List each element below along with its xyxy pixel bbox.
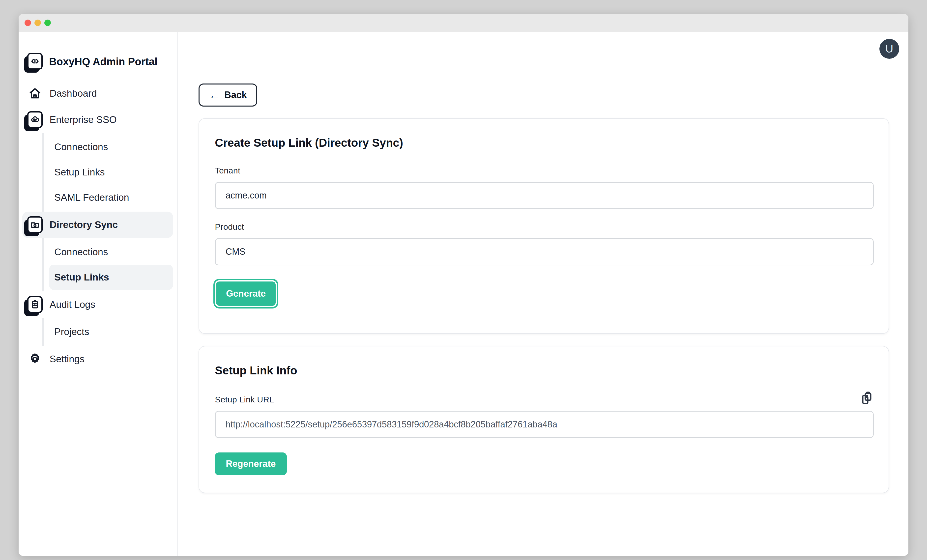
sidebar-item-directory-sync[interactable]: Directory Sync	[22, 212, 173, 238]
tenant-label: Tenant	[215, 166, 873, 175]
audit-clipboard-icon	[27, 296, 43, 313]
setup-link-url-input[interactable]	[215, 411, 874, 438]
back-button-label: Back	[224, 90, 247, 100]
sidebar-item-sso-setup-links[interactable]: Setup Links	[49, 159, 173, 185]
sidebar-item-audit-logs[interactable]: Audit Logs	[18, 291, 178, 318]
enterprise-sso-subgroup: Connections Setup Links SAML Federation	[43, 133, 178, 212]
sidebar-item-label: Connections	[54, 247, 108, 258]
sidebar: BoxyHQ Admin Portal Dashboard	[18, 32, 178, 556]
directory-folder-icon	[27, 216, 43, 233]
app-title: BoxyHQ Admin Portal	[49, 53, 157, 70]
info-card-title: Setup Link Info	[215, 364, 873, 377]
sidebar-nav: Dashboard Enterprise SSO Connections	[18, 80, 178, 372]
sidebar-item-dsync-setup-links[interactable]: Setup Links	[49, 265, 173, 290]
sidebar-item-dsync-connections[interactable]: Connections	[49, 239, 173, 265]
sidebar-item-label: Directory Sync	[50, 219, 118, 230]
back-button[interactable]: ← Back	[199, 83, 257, 106]
app-window: BoxyHQ Admin Portal Dashboard	[18, 14, 909, 556]
directory-sync-subgroup: Connections Setup Links	[43, 238, 178, 291]
app-logo[interactable]: BoxyHQ Admin Portal	[27, 53, 173, 70]
back-arrow-icon: ←	[209, 90, 220, 100]
sidebar-item-projects[interactable]: Projects	[49, 319, 173, 344]
page-content: ← Back Create Setup Link (Directory Sync…	[199, 66, 889, 493]
regenerate-button[interactable]: Regenerate	[215, 452, 287, 475]
sidebar-item-label: Dashboard	[50, 88, 97, 99]
sidebar-item-sso-connections[interactable]: Connections	[49, 134, 173, 159]
sidebar-item-label: Connections	[54, 141, 108, 152]
sidebar-item-label: Setup Links	[54, 272, 109, 283]
top-bar: U	[178, 32, 909, 66]
tenant-input[interactable]	[215, 182, 874, 209]
create-card-title: Create Setup Link (Directory Sync)	[215, 136, 873, 149]
close-window-icon[interactable]	[24, 20, 31, 26]
product-input[interactable]	[215, 238, 874, 266]
maximize-window-icon[interactable]	[44, 20, 51, 26]
setup-link-info-card: Setup Link Info Setup Link URL	[199, 346, 889, 493]
create-setup-link-card: Create Setup Link (Directory Sync) Tenan…	[199, 118, 889, 334]
audit-logs-subgroup: Projects	[43, 318, 178, 346]
user-avatar[interactable]: U	[880, 39, 899, 59]
home-icon	[27, 85, 43, 102]
sidebar-item-dashboard[interactable]: Dashboard	[18, 80, 178, 106]
sidebar-item-label: Setup Links	[54, 167, 105, 178]
clipboard-copy-icon	[861, 392, 873, 404]
setup-link-url-label: Setup Link URL	[215, 395, 274, 404]
sidebar-item-enterprise-sso[interactable]: Enterprise SSO	[18, 106, 178, 133]
sidebar-item-label: Projects	[54, 326, 89, 337]
sso-cloud-key-icon	[27, 111, 43, 128]
regenerate-button-label: Regenerate	[226, 459, 276, 469]
sidebar-item-label: Audit Logs	[50, 299, 95, 310]
generate-button-label: Generate	[226, 288, 266, 299]
window-titlebar	[18, 14, 909, 32]
minimize-window-icon[interactable]	[35, 20, 41, 26]
code-keycap-icon	[27, 53, 43, 70]
sidebar-item-saml-federation[interactable]: SAML Federation	[49, 185, 173, 210]
sidebar-item-label: Enterprise SSO	[50, 114, 117, 125]
sidebar-item-settings[interactable]: Settings	[18, 346, 178, 372]
product-label: Product	[215, 222, 873, 232]
main-area: U ← Back Create Setup Link (Directory Sy…	[178, 32, 909, 556]
gear-icon	[27, 351, 43, 367]
sidebar-item-label: SAML Federation	[54, 192, 129, 203]
copy-url-button[interactable]	[861, 392, 873, 404]
generate-button[interactable]: Generate	[215, 280, 277, 307]
sidebar-item-label: Settings	[50, 354, 85, 364]
